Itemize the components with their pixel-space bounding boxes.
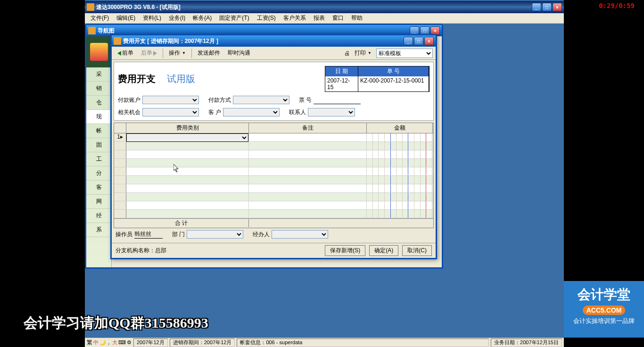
menu-data[interactable]: 资料(L) xyxy=(139,13,165,23)
nav-item-sales[interactable]: 销 xyxy=(86,82,111,96)
dialog-footer: 分支机构名称：总部 保存新增(S) 确定(A) 取消(C) xyxy=(112,243,436,258)
template-combo[interactable]: 标准模板 xyxy=(376,49,433,58)
nav-item-distribution[interactable]: 分 xyxy=(86,166,111,181)
dialog-title: 费用开支 [ 进销存期间：2007年12月 ] xyxy=(123,37,218,45)
dialog-maximize-button[interactable]: □ xyxy=(414,37,423,45)
menu-crm[interactable]: 客户关系 xyxy=(280,13,310,23)
status-period-2: 进销存期间：2007年12月 xyxy=(170,339,235,347)
grid-row[interactable] xyxy=(114,159,433,167)
pay-account-label: 付款账户 xyxy=(118,96,140,104)
nav-item-customer[interactable]: 客 xyxy=(86,181,111,195)
operate-button[interactable]: 操作▼ xyxy=(166,48,189,58)
opportunity-label: 相关机会 xyxy=(118,108,140,116)
nav-logo xyxy=(86,36,111,67)
arrow-right-icon xyxy=(153,51,157,56)
logo-sub-text: ACC5.COM xyxy=(583,306,626,315)
dept-label: 部 门 xyxy=(172,231,185,239)
ok-button[interactable]: 确定(A) xyxy=(369,245,398,256)
meta-date-value: 2007-12-15 xyxy=(325,76,358,91)
operator-value: 韩丝丝 xyxy=(134,230,163,239)
opportunity-combo[interactable] xyxy=(142,108,199,116)
trial-label: 试用版 xyxy=(167,74,195,84)
grid-row[interactable] xyxy=(114,142,433,150)
nav-item-manage[interactable]: 经 xyxy=(86,209,111,223)
menu-account[interactable]: 帐务(A) xyxy=(189,13,215,23)
grid-row[interactable] xyxy=(114,210,433,218)
nav-item-warehouse[interactable]: 仓 xyxy=(86,96,111,110)
status-biz-date: 业务日期：2007年12月15日 xyxy=(491,339,562,347)
status-account-info: 帐套信息：006 - superdata xyxy=(237,339,489,347)
nav-item-salary[interactable]: 工 xyxy=(86,152,111,166)
cancel-button[interactable]: 取消(C) xyxy=(402,245,432,256)
maximize-button[interactable]: □ xyxy=(542,3,552,11)
category-combo[interactable] xyxy=(126,133,248,142)
meta-box: 日 期 单 号 2007-12-15 KZ-000-2007-12-15-000… xyxy=(325,66,429,92)
ime-icons[interactable]: 繁中🌙，大⌨⚙ xyxy=(87,339,132,347)
pay-method-combo[interactable] xyxy=(233,96,289,104)
dialog-titlebar: 费用开支 [ 进销存期间：2007年12月 ] _ □ × xyxy=(112,35,436,47)
handler-combo[interactable] xyxy=(272,230,328,239)
handler-label: 经办人 xyxy=(253,231,270,239)
form-header-area: 费用开支 试用版 日 期 单 号 2007-12-15 KZ-000-2007-… xyxy=(114,62,434,121)
main-app-window: 速达3000PRO 3G V8.6 - [试用版] _ □ × 文件(F) 编辑… xyxy=(85,1,564,25)
nav-item-purchase[interactable]: 采 xyxy=(86,67,111,82)
nav-item-asset[interactable]: 固 xyxy=(86,138,111,152)
dept-combo[interactable] xyxy=(187,230,243,239)
meta-no-label: 单 号 xyxy=(358,66,429,76)
menu-business[interactable]: 业务(I) xyxy=(165,13,189,23)
dialog-close-button[interactable]: × xyxy=(424,37,434,45)
menu-file[interactable]: 文件(F) xyxy=(87,13,113,23)
nav-item-web[interactable]: 网 xyxy=(86,195,111,209)
grid-row[interactable] xyxy=(114,184,433,193)
receipt-no-input[interactable] xyxy=(314,96,361,104)
grid-row[interactable] xyxy=(114,176,433,184)
prev-record-button[interactable]: 前单 xyxy=(115,48,136,58)
menu-help[interactable]: 帮助 xyxy=(347,13,366,23)
operator-label: 操作员 xyxy=(116,231,132,239)
grid-row[interactable] xyxy=(114,167,433,176)
main-menubar: 文件(F) 编辑(E) 资料(L) 业务(I) 帐务(A) 固定资产(T) 工资… xyxy=(85,13,564,24)
nav-item-account[interactable]: 帐 xyxy=(86,124,111,138)
print-button[interactable]: 打印▼ xyxy=(352,48,374,58)
grid-header: 费用类别 备注 金额 xyxy=(114,123,433,133)
send-mail-button[interactable]: 发送邮件 xyxy=(195,48,223,58)
form-title: 费用开支 xyxy=(118,74,156,84)
header-category: 费用类别 xyxy=(126,123,249,133)
nav-icon xyxy=(88,27,96,34)
logo-slogan: 会计实操培训第一品牌 xyxy=(566,317,642,325)
next-record-button[interactable]: 后单 xyxy=(138,48,160,58)
nav-title: 导航图 xyxy=(98,27,115,35)
nav-item-system[interactable]: 系 xyxy=(86,223,111,237)
dropdown-icon: ▼ xyxy=(182,51,186,55)
menu-edit[interactable]: 编辑(E) xyxy=(113,13,139,23)
grid-row-1[interactable]: 1▸ xyxy=(114,133,433,142)
expense-dialog: 费用开支 [ 进销存期间：2007年12月 ] _ □ × 前单 后单 操作▼ … xyxy=(110,34,437,259)
minimize-button[interactable]: _ xyxy=(532,3,541,11)
meta-no-value: KZ-000-2007-12-15-0001 xyxy=(358,76,429,91)
save-new-button[interactable]: 保存新增(S) xyxy=(325,245,365,256)
row-number: 1▸ xyxy=(114,133,126,141)
grid-row[interactable] xyxy=(114,201,433,210)
customer-combo[interactable] xyxy=(223,108,280,116)
menu-report[interactable]: 报表 xyxy=(310,13,329,23)
pay-method-label: 付款方式 xyxy=(208,96,231,104)
im-button[interactable]: 即时沟通 xyxy=(225,48,253,58)
grid-row[interactable] xyxy=(114,150,433,159)
brand-logo: 会计学堂 ACC5.COM 会计实操培训第一品牌 xyxy=(564,281,644,338)
contact-combo[interactable] xyxy=(308,108,355,116)
dialog-minimize-button[interactable]: _ xyxy=(404,37,413,45)
main-title: 速达3000PRO 3G V8.6 - [试用版] xyxy=(96,3,532,11)
dialog-icon xyxy=(114,37,121,45)
grid-row[interactable] xyxy=(114,193,433,201)
contact-label: 联系人 xyxy=(289,108,306,116)
pay-account-combo[interactable] xyxy=(142,96,199,104)
menu-window[interactable]: 窗口 xyxy=(329,13,347,23)
main-titlebar: 速达3000PRO 3G V8.6 - [试用版] _ □ × xyxy=(85,1,564,13)
status-period-1: 2007年12月 xyxy=(133,339,168,347)
close-button[interactable]: × xyxy=(553,3,562,11)
menu-salary[interactable]: 工资(S) xyxy=(253,13,280,23)
grid-footer: 合 计 xyxy=(114,218,433,228)
nav-item-cash[interactable]: 现 xyxy=(86,110,111,124)
menu-asset[interactable]: 固定资产(T) xyxy=(215,13,253,23)
print-icon: 🖨 xyxy=(344,50,350,57)
